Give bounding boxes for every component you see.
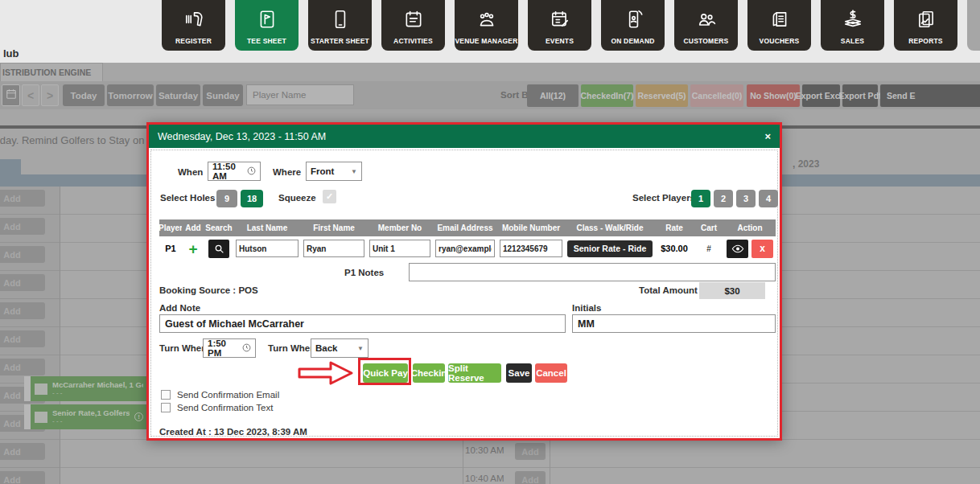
turn-when-input[interactable]: 1:50 PM (203, 338, 256, 358)
tab-label: ON DEMAND (611, 37, 654, 45)
view-player-button[interactable] (727, 240, 748, 258)
tab-label: TEE SHEET (247, 37, 286, 45)
tab-label: REGISTER (175, 37, 212, 45)
app-screen: REGISTER TEE SHEET STARTER SHEET ACTIVIT… (0, 0, 980, 484)
add-note-input[interactable] (159, 314, 566, 333)
tab-label: ACTIVITIES (393, 37, 433, 45)
email-input[interactable] (435, 240, 495, 257)
tab-customers[interactable]: CUSTOMERS (674, 0, 738, 51)
voucher-icon (769, 9, 790, 33)
tab-starter-sheet[interactable]: STARTER SHEET (308, 0, 372, 51)
club-name-fragment: lub (3, 47, 19, 59)
rate-value: $30.00 (655, 237, 694, 260)
tab-label: CUSTOMERS (684, 37, 729, 45)
tab-label: SALES (841, 37, 864, 45)
phone-signal-icon (623, 9, 644, 33)
tab-sales[interactable]: SALES (821, 0, 884, 51)
squeeze-label: Squeeze (278, 193, 316, 203)
tab-tee-sheet[interactable]: TEE SHEET (235, 0, 299, 51)
class-walk-ride-button[interactable]: Senior Rate - Ride (567, 240, 653, 257)
player-table-header: Player Add Search Last Name First Name M… (159, 219, 776, 236)
players-3-button[interactable]: 3 (736, 190, 756, 207)
tab-label: STARTER SHEET (311, 37, 369, 45)
modal-header: Wednesday, Dec 13, 2023 - 11:50 AM × (149, 125, 780, 148)
total-amount-label: Total Amount (639, 285, 698, 295)
created-at-label: Created At : 13 Dec 2023, 8:39 AM (159, 427, 307, 437)
save-button[interactable]: Save (506, 363, 532, 383)
remove-player-button[interactable]: x (751, 240, 773, 258)
cancel-button[interactable]: Cancel (535, 363, 567, 383)
squeeze-checkbox[interactable]: ✓ (323, 190, 336, 203)
players-1-button[interactable]: 1 (691, 190, 710, 207)
add-player-icon[interactable]: + (188, 241, 197, 256)
money-icon (842, 9, 863, 33)
chevron-down-icon: ▼ (351, 168, 357, 175)
modal-body: When 11:50 AM Where Front▼ Select Holes … (150, 150, 778, 437)
confirm-email-row: Send Confirmation Email (161, 390, 279, 400)
booking-source-label: Booking Source : POS (159, 285, 258, 295)
confirm-text-label: Send Confirmation Text (177, 403, 273, 412)
booking-modal: Wednesday, Dec 13, 2023 - 11:50 AM × Whe… (146, 122, 782, 441)
member-no-input[interactable] (369, 240, 430, 257)
tab-events[interactable]: EVENTS (528, 0, 591, 51)
player-table-row: P1 + Senior Rate - Ride $30.00 # x (159, 237, 776, 260)
p1-notes-input[interactable] (409, 263, 776, 281)
players-4-button[interactable]: 4 (759, 190, 778, 207)
players-2-button[interactable]: 2 (714, 190, 733, 207)
chevron-down-icon: ▼ (357, 345, 364, 352)
when-label: When (178, 167, 203, 177)
search-player-button[interactable] (208, 240, 229, 258)
turn-when-label: Turn When (159, 343, 207, 353)
tab-reports[interactable]: REPORTS (894, 0, 957, 51)
holes-18-button[interactable]: 18 (241, 190, 263, 207)
tab-vouchers[interactable]: VOUCHERS (747, 0, 811, 51)
confirm-text-row: Send Confirmation Text (161, 403, 273, 412)
customers-icon (696, 9, 717, 33)
total-amount-value: $30 (699, 282, 765, 299)
tab-label: REPORTS (908, 37, 943, 45)
player-id: P1 (159, 237, 182, 260)
tab-label: EVENTS (546, 37, 574, 45)
last-name-input[interactable] (236, 240, 299, 257)
initials-input[interactable] (572, 314, 776, 333)
calendar-pencil-icon (550, 9, 570, 33)
where-select[interactable]: Front▼ (306, 162, 362, 181)
checkin-button[interactable]: Checkin (413, 363, 445, 383)
flag-sheet-icon (257, 9, 278, 33)
mobile-input[interactable] (500, 240, 562, 257)
people-group-icon (476, 9, 497, 33)
tab-on-demand[interactable]: ON DEMAND (601, 0, 665, 51)
cart-value: # (694, 237, 724, 260)
turn-where-select[interactable]: Back▼ (311, 338, 369, 358)
close-icon[interactable]: × (764, 130, 771, 142)
tablet-icon (330, 9, 351, 33)
tab-register[interactable]: REGISTER (162, 0, 225, 51)
modal-title: Wednesday, Dec 13, 2023 - 11:50 AM (158, 131, 326, 142)
confirm-text-checkbox[interactable] (161, 403, 171, 412)
confirm-email-label: Send Confirmation Email (177, 390, 279, 400)
select-holes-label: Select Holes (160, 193, 215, 203)
clock-icon (247, 166, 256, 177)
when-time-input[interactable]: 11:50 AM (208, 162, 261, 181)
split-reserve-button[interactable]: Split Reserve (448, 363, 501, 383)
barcode-scanner-icon (183, 9, 204, 33)
confirm-email-checkbox[interactable] (161, 390, 171, 400)
initials-label: Initials (572, 303, 601, 313)
where-label: Where (273, 167, 301, 177)
tab-venue-manager[interactable]: VENUE MANAGER (455, 0, 518, 51)
report-chart-icon (916, 9, 937, 33)
select-players-label: Select Players (632, 193, 695, 203)
tab-activities[interactable]: ACTIVITIES (381, 0, 445, 51)
clock-icon (242, 343, 251, 354)
annotation-highlight-rect (358, 358, 411, 385)
p1-notes-label: P1 Notes (344, 268, 384, 277)
tab-label: VENUE MANAGER (455, 37, 517, 45)
add-note-label: Add Note (159, 303, 200, 313)
tab-partial-next[interactable] (967, 0, 980, 51)
calendar-list-icon (403, 9, 424, 33)
tab-label: VOUCHERS (760, 37, 800, 45)
annotation-arrow-icon (297, 360, 355, 386)
holes-9-button[interactable]: 9 (216, 190, 237, 207)
first-name-input[interactable] (303, 240, 364, 257)
